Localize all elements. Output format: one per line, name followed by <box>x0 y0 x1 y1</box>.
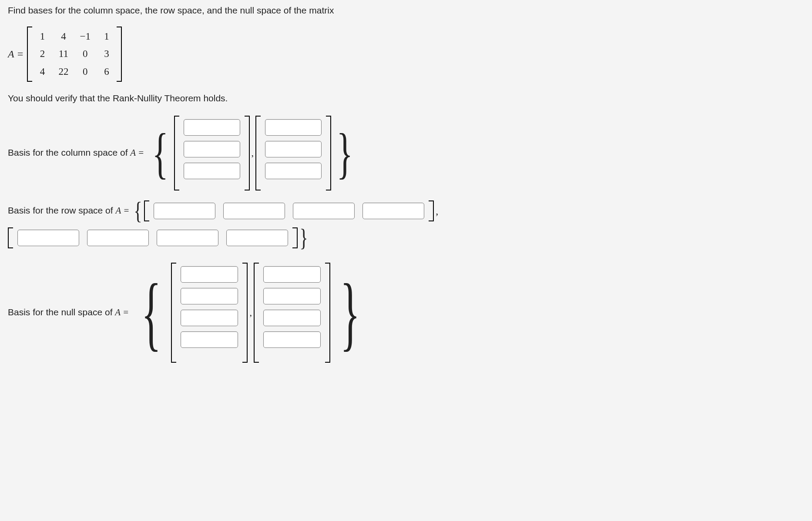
colspace-vec2-inputs <box>261 116 326 190</box>
rowspace-label: Basis for the row space of A = <box>8 204 129 218</box>
nullspace-vec2-a[interactable] <box>263 266 321 283</box>
nullspace-vec1-c[interactable] <box>181 310 238 326</box>
cell-r3c1: 4 <box>37 64 47 80</box>
bracket-right-icon <box>429 200 434 221</box>
cell-r2c3: 0 <box>80 47 90 62</box>
comma-sep: , <box>436 203 438 219</box>
cell-r2c4: 3 <box>102 47 111 62</box>
nullspace-vec1-b[interactable] <box>181 288 238 304</box>
rowspace-vec1-inputs <box>149 201 429 221</box>
colspace-vec2 <box>255 116 331 190</box>
rowspace-vec2-a[interactable] <box>17 230 79 246</box>
rbrace-icon: } <box>337 125 353 181</box>
rowspace-vec1-d[interactable] <box>362 203 424 219</box>
nullspace-vec2-inputs <box>259 263 325 363</box>
colspace-vec2-b[interactable] <box>265 141 322 157</box>
bracket-left-icon <box>144 200 149 221</box>
bracket-left-icon <box>254 263 259 363</box>
rowspace-vec2 <box>8 227 298 248</box>
comma-sep: , <box>249 305 252 320</box>
bracket-right-icon <box>326 116 331 190</box>
null-space-answer: Basis for the null space of A = { , <box>8 263 804 363</box>
rowspace-vec2-inputs <box>13 228 292 248</box>
bracket-right-icon <box>242 263 248 363</box>
nullspace-vec1-inputs <box>176 263 242 363</box>
rowspace-vec1-b[interactable] <box>223 203 285 219</box>
cell-r3c4: 6 <box>102 64 111 80</box>
verify-text: You should verify that the Rank-Nullity … <box>8 91 804 105</box>
nullspace-vec2 <box>254 263 330 363</box>
nullspace-vec2-d[interactable] <box>263 331 321 348</box>
rowspace-vec1 <box>144 200 434 221</box>
column-space-answer: Basis for the column space of A = { , } <box>8 116 804 190</box>
colspace-vec1-inputs <box>179 116 245 190</box>
rowspace-line2: } <box>8 225 804 250</box>
matrix-equation: A = 1 4 −1 1 2 11 0 3 4 22 0 6 <box>8 27 804 82</box>
lbrace-icon: { <box>152 125 168 181</box>
problem-page: Find bases for the column space, the row… <box>0 0 812 383</box>
cell-r3c3: 0 <box>80 64 90 80</box>
cell-r3c2: 22 <box>58 64 68 80</box>
rowspace-vec2-b[interactable] <box>87 230 149 246</box>
row-space-answer: Basis for the row space of A = { , <box>8 198 804 250</box>
rbrace-icon: } <box>299 225 308 250</box>
colspace-vec1 <box>174 116 250 190</box>
rowspace-A-equals: A = <box>115 205 129 216</box>
nullspace-vec1-a[interactable] <box>181 266 238 283</box>
bracket-left-icon <box>255 116 261 190</box>
cell-r1c3: −1 <box>80 29 90 44</box>
comma-sep: , <box>252 146 254 160</box>
bracket-left-icon <box>174 116 179 190</box>
lbrace-icon: { <box>134 198 142 224</box>
bracket-left-icon <box>171 263 176 363</box>
bracket-right-icon <box>245 116 250 190</box>
lbrace-icon: { <box>141 271 161 354</box>
colspace-A-equals: A = <box>130 147 144 158</box>
bracket-right-icon <box>325 263 330 363</box>
colspace-vec2-a[interactable] <box>265 119 322 136</box>
cell-r1c1: 1 <box>37 29 47 44</box>
rowspace-vec2-c[interactable] <box>157 230 218 246</box>
nullspace-vec2-b[interactable] <box>263 288 321 304</box>
bracket-right-icon <box>117 27 122 82</box>
bracket-left-icon <box>8 227 13 248</box>
nullspace-vec2-c[interactable] <box>263 310 321 326</box>
colspace-vec1-a[interactable] <box>184 119 240 136</box>
colspace-label-text: Basis for the column space of <box>8 147 130 157</box>
rbrace-icon: } <box>340 271 360 354</box>
bracket-right-icon <box>292 227 298 248</box>
colspace-vec2-c[interactable] <box>265 163 322 179</box>
nullspace-vec1-d[interactable] <box>181 331 238 348</box>
rowspace-label-text: Basis for the row space of <box>8 205 115 215</box>
matrix-grid: 1 4 −1 1 2 11 0 3 4 22 0 6 <box>32 27 116 82</box>
rowspace-vec2-d[interactable] <box>226 230 288 246</box>
cell-r1c2: 4 <box>58 29 68 44</box>
rowspace-vec1-c[interactable] <box>293 203 355 219</box>
matrix-lhs: A = <box>8 46 23 62</box>
nullspace-A-equals: A = <box>115 307 129 317</box>
nullspace-label-text: Basis for the null space of <box>8 307 115 317</box>
colspace-label: Basis for the column space of A = <box>8 146 144 160</box>
colspace-vec1-b[interactable] <box>184 141 240 157</box>
colspace-vec1-c[interactable] <box>184 163 240 179</box>
nullspace-vec1 <box>171 263 248 363</box>
nullspace-label: Basis for the null space of A = <box>8 305 129 320</box>
matrix-A: 1 4 −1 1 2 11 0 3 4 22 0 6 <box>27 27 121 82</box>
cell-r2c1: 2 <box>37 47 47 62</box>
intro-text: Find bases for the column space, the row… <box>8 0 804 17</box>
rowspace-vec1-a[interactable] <box>154 203 215 219</box>
bracket-left-icon <box>27 27 32 82</box>
cell-r1c4: 1 <box>102 29 111 44</box>
cell-r2c2: 11 <box>58 47 68 62</box>
